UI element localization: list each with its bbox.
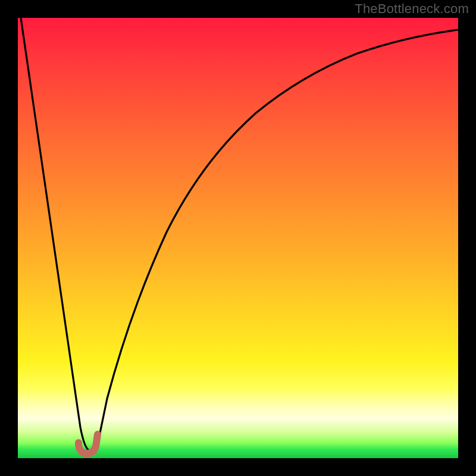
optimal-marker (79, 434, 98, 453)
plot-area (18, 18, 458, 458)
chart-frame: TheBottleneck.com (0, 0, 476, 476)
bottleneck-curve (18, 18, 458, 458)
watermark-text: TheBottleneck.com (355, 1, 469, 17)
curve-path (21, 18, 458, 450)
